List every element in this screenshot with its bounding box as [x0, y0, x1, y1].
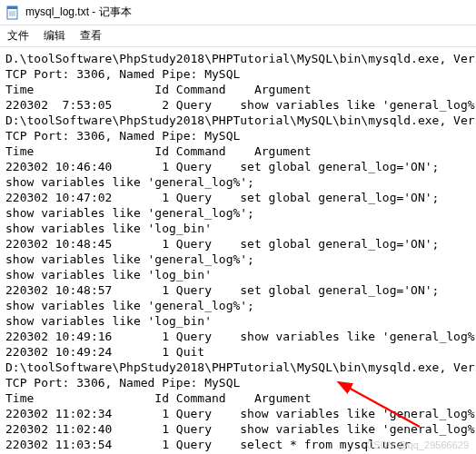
window-title: mysql_log.txt - 记事本 — [25, 5, 132, 20]
menu-file[interactable]: 文件 — [7, 28, 29, 44]
log-content[interactable]: D.\toolSoftware\PhpStudy2018\PHPTutorial… — [0, 47, 476, 454]
menubar: 文件 编辑 查看 — [0, 25, 476, 47]
notepad-icon — [5, 5, 20, 20]
menu-edit[interactable]: 编辑 — [44, 28, 65, 44]
svg-rect-1 — [7, 6, 17, 9]
watermark: CSDN @qq_29566629 — [366, 439, 469, 450]
menu-view[interactable]: 查看 — [80, 28, 102, 44]
titlebar: mysql_log.txt - 记事本 — [0, 0, 476, 25]
